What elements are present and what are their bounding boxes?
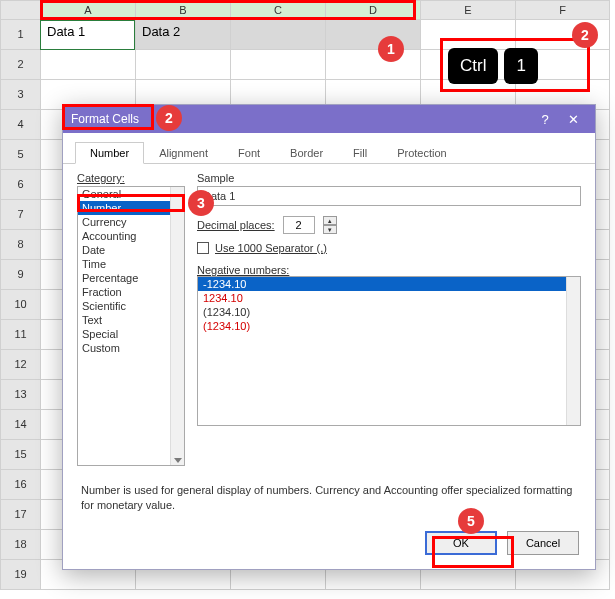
row-header-14[interactable]: 14 (0, 410, 40, 440)
negative-list[interactable]: -1234.10 1234.10 (1234.10) (1234.10) (197, 276, 581, 426)
dialog-buttons: OK Cancel (425, 531, 579, 555)
decimal-label: Decimal places: (197, 219, 275, 231)
row-header-19[interactable]: 19 (0, 560, 40, 590)
col-B[interactable]: B (135, 0, 230, 20)
callout-2-top: 2 (572, 22, 598, 48)
row-header-15[interactable]: 15 (0, 440, 40, 470)
dialog-body: Category: General Number Currency Accoun… (63, 164, 595, 474)
row-header-1[interactable]: 1 (0, 20, 40, 50)
neg-opt-3[interactable]: (1234.10) (198, 319, 580, 333)
tab-number[interactable]: Number (75, 142, 144, 164)
format-cells-dialog: Format Cells ? ✕ Number Alignment Font B… (62, 104, 596, 570)
row-header-18[interactable]: 18 (0, 530, 40, 560)
col-D[interactable]: D (325, 0, 420, 20)
tab-protection[interactable]: Protection (382, 142, 462, 164)
row-header-4[interactable]: 4 (0, 110, 40, 140)
row-header-17[interactable]: 17 (0, 500, 40, 530)
dialog-tabs: Number Alignment Font Border Fill Protec… (63, 133, 595, 164)
callout-5: 5 (458, 508, 484, 534)
tab-alignment[interactable]: Alignment (144, 142, 223, 164)
row-header-2[interactable]: 2 (0, 50, 40, 80)
cat-fraction[interactable]: Fraction (78, 285, 184, 299)
cancel-button[interactable]: Cancel (507, 531, 579, 555)
cat-currency[interactable]: Currency (78, 215, 184, 229)
cell-D1[interactable] (325, 20, 420, 50)
select-all-corner[interactable] (0, 0, 40, 20)
row-header-11[interactable]: 11 (0, 320, 40, 350)
negative-label: Negative numbers: (197, 264, 581, 276)
close-icon[interactable]: ✕ (559, 112, 587, 127)
neg-opt-1[interactable]: 1234.10 (198, 291, 580, 305)
tab-border[interactable]: Border (275, 142, 338, 164)
cell-C2[interactable] (230, 50, 325, 80)
cell-B1[interactable]: Data 2 (135, 20, 230, 50)
category-label: Category: (77, 172, 185, 184)
neg-opt-2[interactable]: (1234.10) (198, 305, 580, 319)
col-F[interactable]: F (515, 0, 610, 20)
decimal-places-row: Decimal places: ▲ ▼ (197, 216, 581, 234)
row-1: 1Data 1Data 2 (0, 20, 615, 50)
format-description: Number is used for general display of nu… (81, 483, 577, 513)
cat-general[interactable]: General (78, 187, 184, 201)
dialog-titlebar[interactable]: Format Cells ? ✕ (63, 105, 595, 133)
scrollbar[interactable] (170, 187, 184, 465)
help-icon[interactable]: ? (531, 112, 559, 127)
kbd-1: 1 (504, 48, 537, 84)
sample-label: Sample (197, 172, 581, 184)
cell-C1[interactable] (230, 20, 325, 50)
separator-checkbox[interactable] (197, 242, 209, 254)
tab-fill[interactable]: Fill (338, 142, 382, 164)
cell-A2[interactable] (40, 50, 135, 80)
row-header-12[interactable]: 12 (0, 350, 40, 380)
col-C[interactable]: C (230, 0, 325, 20)
row-header-16[interactable]: 16 (0, 470, 40, 500)
neg-opt-0[interactable]: -1234.10 (198, 277, 580, 291)
cell-D2[interactable] (325, 50, 420, 80)
cat-accounting[interactable]: Accounting (78, 229, 184, 243)
col-A[interactable]: A (40, 0, 135, 20)
spinner-down-icon[interactable]: ▼ (323, 225, 337, 234)
cell-A1[interactable]: Data 1 (40, 20, 135, 50)
spinner-up-icon[interactable]: ▲ (323, 216, 337, 225)
cat-percentage[interactable]: Percentage (78, 271, 184, 285)
separator-row[interactable]: Use 1000 Separator (,) (197, 242, 581, 254)
separator-label: Use 1000 Separator (,) (215, 242, 327, 254)
row-header-10[interactable]: 10 (0, 290, 40, 320)
callout-1: 1 (378, 36, 404, 62)
sample-value: Data 1 (197, 186, 581, 206)
cell-B2[interactable] (135, 50, 230, 80)
cat-text[interactable]: Text (78, 313, 184, 327)
cat-number[interactable]: Number (78, 201, 184, 215)
col-E[interactable]: E (420, 0, 515, 20)
decimal-spinner[interactable]: ▲ ▼ (323, 216, 337, 234)
tab-font[interactable]: Font (223, 142, 275, 164)
row-header-9[interactable]: 9 (0, 260, 40, 290)
cat-scientific[interactable]: Scientific (78, 299, 184, 313)
decimal-input[interactable] (283, 216, 315, 234)
dialog-title: Format Cells (71, 112, 531, 126)
category-list[interactable]: General Number Currency Accounting Date … (77, 186, 185, 466)
cat-custom[interactable]: Custom (78, 341, 184, 355)
kbd-ctrl: Ctrl (448, 48, 498, 84)
cat-time[interactable]: Time (78, 257, 184, 271)
category-panel: Category: General Number Currency Accoun… (77, 172, 185, 466)
row-header-8[interactable]: 8 (0, 230, 40, 260)
ok-button[interactable]: OK (425, 531, 497, 555)
row-header-5[interactable]: 5 (0, 140, 40, 170)
column-headers: A B C D E F (0, 0, 615, 20)
settings-panel: Sample Data 1 Decimal places: ▲ ▼ Use 10… (197, 172, 581, 466)
scrollbar[interactable] (566, 277, 580, 425)
row-header-13[interactable]: 13 (0, 380, 40, 410)
row-header-6[interactable]: 6 (0, 170, 40, 200)
row-header-7[interactable]: 7 (0, 200, 40, 230)
callout-2-dialog: 2 (156, 105, 182, 131)
cell-E1[interactable] (420, 20, 515, 50)
cat-special[interactable]: Special (78, 327, 184, 341)
callout-3: 3 (188, 190, 214, 216)
row-header-3[interactable]: 3 (0, 80, 40, 110)
cat-date[interactable]: Date (78, 243, 184, 257)
shortcut-hint: Ctrl 1 (448, 48, 538, 84)
